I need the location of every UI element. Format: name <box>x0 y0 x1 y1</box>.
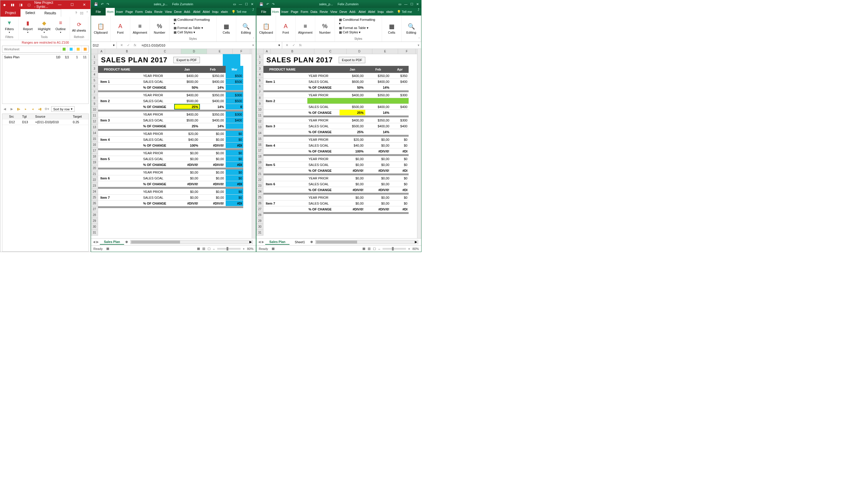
name-box[interactable] <box>258 43 279 47</box>
redo-icon[interactable]: ↷ <box>107 2 109 6</box>
cell-styles[interactable]: ▦ Cell Styles ▾ <box>174 31 212 34</box>
save-icon[interactable]: 💾 <box>94 2 98 6</box>
ribbon-tab[interactable]: Inser <box>115 8 124 16</box>
ribbon-tab[interactable]: Hom <box>271 8 280 16</box>
grid[interactable]: ABCDEF 123456789101112131415161718192021… <box>256 49 417 238</box>
tab-nav-next[interactable]: ▶ <box>96 240 98 244</box>
ribbon-tab[interactable]: Inqu <box>376 8 385 16</box>
cell-styles[interactable]: ▦ Cell Styles ▾ <box>339 31 378 34</box>
ribbon-tab[interactable]: Ablel <box>367 8 376 16</box>
zoom-pct[interactable]: 80% <box>412 247 419 251</box>
clipboard-button[interactable]: 📋Clipboard <box>258 22 274 34</box>
redo-icon[interactable]: ↷ <box>272 2 274 6</box>
export-pdf-button[interactable]: Export to PDF <box>173 57 200 63</box>
ws-box-3[interactable] <box>74 46 82 52</box>
ribbon-tab[interactable]: Ablel <box>201 8 211 16</box>
alignment-button[interactable]: ≡Alignment <box>298 22 313 34</box>
zoom-slider[interactable] <box>217 248 240 250</box>
minimize-button[interactable]: — <box>54 0 66 9</box>
sheet-tab[interactable]: Sales Plan <box>265 239 289 245</box>
worksheet-input[interactable] <box>2 46 60 52</box>
ribbon-tab[interactable]: Data <box>309 8 319 16</box>
view-normal-icon[interactable]: ▦ <box>362 247 365 251</box>
ribbon-tab[interactable]: Hom <box>106 8 115 16</box>
tellme[interactable]: 💡 Tell me <box>230 8 249 16</box>
sort-dropdown[interactable]: Sort by row ▾ <box>51 106 75 112</box>
enter-icon[interactable]: ✓ <box>127 43 130 47</box>
alignment-button[interactable]: ≡Alignment <box>132 22 148 34</box>
editing-button[interactable]: 🔍Editing <box>238 22 254 34</box>
collapse-ribbon-icon[interactable]: ˄ <box>253 37 255 41</box>
diff-row[interactable]: D12D13≈(D11-D10)/D100.25 <box>2 120 88 125</box>
nav-next[interactable]: ▶ <box>9 107 14 112</box>
macro-icon[interactable]: ▦ <box>106 247 109 251</box>
zoom-slider[interactable] <box>382 248 406 250</box>
panels-icon[interactable]: ▯▯ <box>80 11 84 15</box>
nav-prev[interactable]: ◀ <box>2 107 7 112</box>
max-icon[interactable]: ☐ <box>410 2 413 6</box>
add-sheet-icon[interactable]: ⊕ <box>310 240 313 244</box>
formula-input[interactable]: =(D11-D10)/D10 <box>140 43 251 47</box>
max-icon[interactable]: ☐ <box>245 2 248 6</box>
tab-nav-next[interactable]: ▶ <box>262 240 264 244</box>
font-button[interactable]: AFont <box>278 22 293 34</box>
cells-button[interactable]: ▦Cells <box>218 22 234 34</box>
fx-icon[interactable]: fx <box>299 43 302 47</box>
add-sheet-icon[interactable]: ⊕ <box>125 240 128 244</box>
clipboard-button[interactable]: 📋Clipboard <box>93 22 109 34</box>
ribbon-tab[interactable]: Form <box>134 8 144 16</box>
tellme[interactable]: 💡 Tell me <box>395 8 414 16</box>
min-icon[interactable]: — <box>404 2 408 6</box>
nav-b2[interactable]: ▸ <box>23 107 29 112</box>
font-button[interactable]: AFont <box>112 22 128 34</box>
help-icon[interactable]: ? <box>75 11 77 15</box>
fmt-table[interactable]: ▦ Format as Table ▾ <box>339 26 378 30</box>
number-button[interactable]: %Number <box>317 22 333 34</box>
ribbon-tab[interactable]: xlwin <box>219 8 229 16</box>
ribbon-tab[interactable]: Page <box>124 8 134 16</box>
ribbon-tab[interactable]: Ablel <box>192 8 201 16</box>
enter-icon[interactable]: ✓ <box>292 43 295 47</box>
undo-icon[interactable]: ↶ <box>101 2 104 6</box>
ws-box-4[interactable] <box>82 46 88 52</box>
view-break-icon[interactable]: ▢ <box>208 247 211 251</box>
ribbon-tab[interactable]: Add- <box>183 8 192 16</box>
share-icon[interactable]: ⤴ <box>251 8 256 16</box>
cells-button[interactable]: ▦Cells <box>384 22 399 34</box>
name-box[interactable] <box>93 43 113 47</box>
ribbon-tab[interactable]: Inser <box>280 8 289 16</box>
ribbon-tab[interactable]: Revie <box>319 8 329 16</box>
ribbon-tab[interactable]: Add- <box>348 8 357 16</box>
ribbon-tab[interactable]: Inqu <box>211 8 219 16</box>
allsheets-button[interactable]: ⟳All sheets <box>72 18 86 35</box>
chevron-up-icon[interactable]: ˄ <box>86 11 88 15</box>
cancel-icon[interactable]: ✕ <box>120 43 123 47</box>
hscroll[interactable]: ◀▶ <box>315 240 418 244</box>
view-normal-icon[interactable]: ▦ <box>197 247 200 251</box>
close-icon[interactable]: ✕ <box>251 2 253 6</box>
ribbon-tab[interactable]: Revie <box>153 8 164 16</box>
maximize-button[interactable]: ☐ <box>66 0 78 9</box>
layout-icon[interactable]: ▮▮ <box>8 1 17 9</box>
ribbon-tab[interactable]: xlwin <box>385 8 394 16</box>
nav-b3[interactable]: ◂ <box>30 107 35 112</box>
sheet-row[interactable]: Sales Plan 1|0 1|1 1 11 <box>2 54 88 60</box>
fx-icon[interactable]: fx <box>134 43 137 47</box>
cancel-icon[interactable]: ✕ <box>286 43 288 47</box>
zoom-pct[interactable]: 80% <box>247 247 253 251</box>
ribbon-tab[interactable]: Ablel <box>357 8 367 16</box>
filters-button[interactable]: ▼Filters▾ <box>2 18 17 35</box>
ribbon-tab[interactable]: View <box>164 8 173 16</box>
save-icon[interactable]: 💾 <box>259 2 264 6</box>
ws-box-2[interactable] <box>67 46 74 52</box>
share-icon[interactable]: ⤴ <box>416 8 421 16</box>
ribbon-tab[interactable]: File <box>91 8 106 16</box>
view-layout-icon[interactable]: ▥ <box>202 247 205 251</box>
ribbon-tab[interactable]: Page <box>289 8 300 16</box>
tab-nav-prev[interactable]: ◀ <box>258 240 261 244</box>
outline-button[interactable]: ≡Outline▾ <box>53 18 68 35</box>
tab-project[interactable]: Project <box>0 9 20 17</box>
cond-fmt[interactable]: ▦ Conditional Formatting ▾ <box>174 18 212 25</box>
ribbon-tab[interactable]: Deve <box>173 8 183 16</box>
close-icon[interactable]: ✕ <box>416 2 419 6</box>
